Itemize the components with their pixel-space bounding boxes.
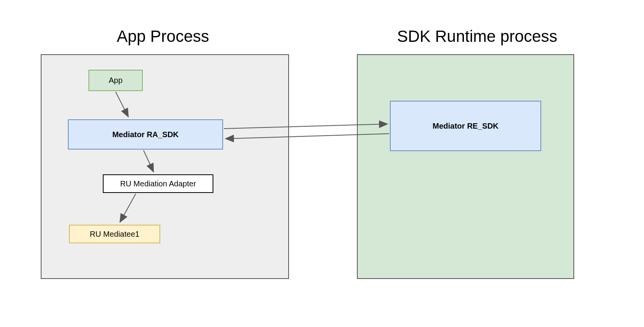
node-app: App bbox=[88, 70, 143, 91]
node-mediator-ra-label: Mediator RA_SDK bbox=[112, 130, 178, 139]
node-mediator-re-label: Mediator RE_SDK bbox=[433, 122, 499, 131]
container-sdk-runtime bbox=[357, 54, 574, 279]
node-ru-mediatee-label: RU Mediatee1 bbox=[90, 230, 140, 239]
node-ru-mediatee1: RU Mediatee1 bbox=[69, 225, 160, 243]
title-sdk-runtime: SDK Runtime process bbox=[369, 27, 586, 46]
node-ru-mediation-adapter: RU Mediation Adapter bbox=[103, 174, 213, 193]
node-app-label: App bbox=[109, 76, 123, 85]
title-app-process: App Process bbox=[85, 27, 241, 46]
container-app-process bbox=[41, 54, 289, 279]
node-ru-adapter-label: RU Mediation Adapter bbox=[120, 179, 196, 188]
node-mediator-re-sdk: Mediator RE_SDK bbox=[390, 101, 541, 151]
node-mediator-ra-sdk: Mediator RA_SDK bbox=[68, 119, 223, 150]
